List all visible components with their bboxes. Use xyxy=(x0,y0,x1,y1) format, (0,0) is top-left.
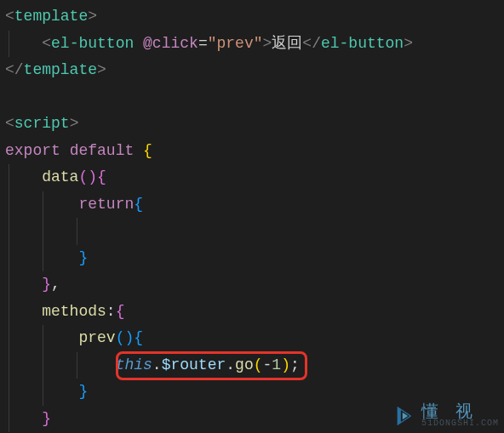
attr-value-prev: prev xyxy=(217,35,254,52)
code-line-9 xyxy=(0,218,504,245)
tag-template: template xyxy=(14,8,88,25)
code-line-8: return{ xyxy=(0,191,504,219)
code-line-5: <script> xyxy=(0,111,504,138)
code-line-1: <template> xyxy=(0,3,504,31)
tag-script: script xyxy=(14,115,70,132)
code-line-10: } xyxy=(0,245,504,272)
method-go: go xyxy=(235,356,254,373)
fn-prev: prev xyxy=(78,329,115,346)
code-line-6: export default { xyxy=(0,138,504,165)
prop-methods: methods xyxy=(42,303,106,320)
prop-router: $router xyxy=(162,356,226,373)
code-line-13: prev(){ xyxy=(0,325,504,352)
code-line-12: methods:{ xyxy=(0,299,504,326)
code-line-7: data(){ xyxy=(0,164,504,191)
code-line-4 xyxy=(0,84,504,111)
kw-default: default xyxy=(70,142,135,159)
tag-el-button: el-button xyxy=(51,35,134,52)
code-line-11: }, xyxy=(0,271,504,299)
attr-click: @click xyxy=(143,35,198,52)
code-line-14: this.$router.go(-1); xyxy=(0,352,504,379)
kw-this: this xyxy=(116,356,152,373)
kw-return: return xyxy=(78,196,134,213)
button-text: 返回 xyxy=(272,35,302,52)
code-line-15: } xyxy=(0,379,504,406)
bracket: > xyxy=(88,8,97,25)
number-neg1: 1 xyxy=(272,356,281,373)
kw-export: export xyxy=(5,142,60,159)
code-line-3: </template> xyxy=(0,57,504,84)
fn-data: data xyxy=(42,168,78,185)
code-line-2: <el-button @click="prev">返回</el-button> xyxy=(0,31,504,58)
code-line-16: } xyxy=(0,406,504,433)
bracket: < xyxy=(42,35,51,52)
bracket: < xyxy=(5,8,14,25)
